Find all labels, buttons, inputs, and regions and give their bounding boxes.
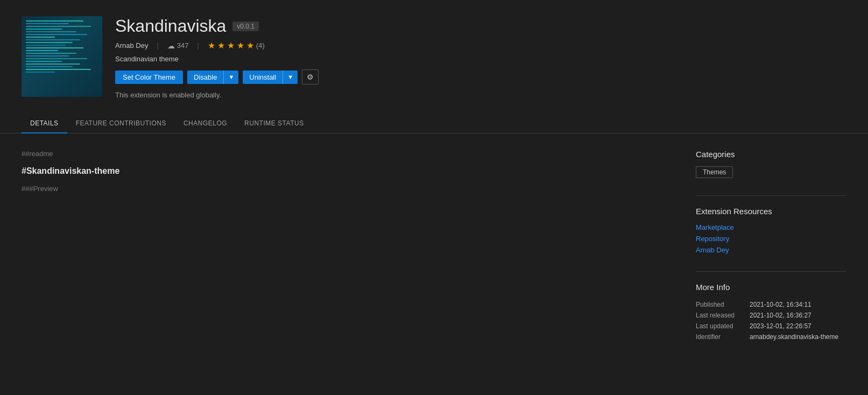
last-released-row: Last released 2021-10-02, 16:36:27 (696, 310, 846, 321)
icon-line (26, 31, 76, 32)
uninstall-button[interactable]: Uninstall (243, 70, 283, 84)
more-info-heading: More Info (696, 283, 846, 292)
icon-line (26, 58, 87, 59)
skandinaviskan-heading: #Skandinaviskan-theme (22, 166, 674, 176)
icon-line (26, 64, 80, 65)
identifier-row: Identifier arnabdey.skandinaviska-theme (696, 331, 846, 342)
info-table: Published 2021-10-02, 16:34:11 Last rele… (696, 299, 846, 342)
main-content: ##readme #Skandinaviskan-theme ###Previe… (22, 150, 674, 359)
author-name: Arnab Dey (115, 41, 148, 50)
icon-line (26, 37, 55, 38)
set-color-theme-button[interactable]: Set Color Theme (115, 70, 183, 84)
tab-changelog[interactable]: CHANGELOG (175, 114, 236, 133)
published-value: 2021-10-02, 16:34:11 (750, 299, 846, 310)
icon-line (26, 20, 83, 22)
version-badge: v0.0.1 (232, 22, 259, 31)
tab-details[interactable]: DETAILS (22, 114, 67, 133)
last-updated-row: Last updated 2023-12-01, 22:26:57 (696, 321, 846, 331)
disable-split-button: Disable ▼ (187, 70, 238, 84)
extension-header: Skandinaviska v0.0.1 Arnab Dey | ☁ 347 |… (0, 0, 868, 110)
star-4: ★ (237, 40, 244, 51)
page-container: Skandinaviska v0.0.1 Arnab Dey | ☁ 347 |… (0, 0, 868, 395)
meta-row: Arnab Dey | ☁ 347 | ★ ★ ★ ★ ★ (4) (115, 40, 846, 51)
repository-link[interactable]: Repository (696, 235, 846, 243)
extension-description: Scandinavian theme (115, 55, 846, 63)
actions-row: Set Color Theme Disable ▼ Uninstall ▼ ⚙ (115, 69, 846, 84)
icon-preview (22, 16, 102, 97)
icon-line (26, 26, 91, 27)
extension-icon (22, 16, 102, 97)
star-2: ★ (217, 40, 225, 51)
extension-title: Skandinaviska (115, 16, 226, 36)
icon-line (26, 61, 62, 62)
star-5: ★ (246, 40, 254, 51)
categories-heading: Categories (696, 150, 846, 159)
tab-runtime-status[interactable]: RUNTIME STATUS (236, 114, 313, 133)
icon-lines-container (26, 20, 98, 93)
separator-1: | (157, 41, 158, 50)
tabs-container: DETAILS FEATURE CONTRIBUTIONS CHANGELOG … (0, 114, 868, 133)
identifier-label: Identifier (696, 331, 750, 342)
last-updated-value: 2023-12-01, 22:26:57 (750, 321, 846, 331)
icon-line (26, 53, 76, 54)
last-updated-label: Last updated (696, 321, 750, 331)
icon-line (26, 66, 73, 67)
icon-line (26, 45, 66, 46)
marketplace-link[interactable]: Marketplace (696, 223, 846, 231)
sidebar: Categories Themes Extension Resources Ma… (696, 150, 846, 359)
icon-line (26, 34, 87, 35)
published-label: Published (696, 299, 750, 310)
icon-line (26, 72, 55, 73)
resources-heading: Extension Resources (696, 207, 846, 216)
icon-line (26, 55, 69, 57)
review-count: (4) (256, 41, 265, 50)
identifier-value: arnabdey.skandinaviska-theme (750, 331, 846, 342)
icon-line (26, 50, 58, 51)
published-row: Published 2021-10-02, 16:34:11 (696, 299, 846, 310)
resources-section: Extension Resources Marketplace Reposito… (696, 207, 846, 254)
tab-feature-contributions[interactable]: FEATURE CONTRIBUTIONS (67, 114, 175, 133)
star-1: ★ (208, 40, 215, 51)
last-released-label: Last released (696, 310, 750, 321)
icon-line (26, 23, 69, 24)
extension-info: Skandinaviska v0.0.1 Arnab Dey | ☁ 347 |… (115, 16, 846, 99)
title-row: Skandinaviska v0.0.1 (115, 16, 846, 36)
disable-dropdown-button[interactable]: ▼ (223, 70, 238, 84)
categories-section: Categories Themes (696, 150, 846, 178)
themes-category-badge[interactable]: Themes (696, 166, 733, 178)
separator-2: | (197, 41, 199, 50)
icon-line (26, 39, 80, 40)
cloud-icon: ☁ (167, 41, 175, 50)
enabled-text: This extension is enabled globally. (115, 91, 846, 99)
icon-line (26, 29, 62, 30)
last-released-value: 2021-10-02, 16:36:27 (750, 310, 846, 321)
content-area: ##readme #Skandinaviskan-theme ###Previe… (0, 133, 868, 376)
divider-2 (696, 271, 846, 272)
star-3: ★ (227, 40, 235, 51)
install-count: ☁ 347 (167, 41, 189, 50)
uninstall-split-button: Uninstall ▼ (243, 70, 298, 84)
install-number: 347 (177, 41, 189, 50)
readme-line: ##readme (22, 150, 674, 158)
uninstall-dropdown-button[interactable]: ▼ (283, 70, 298, 84)
settings-gear-button[interactable]: ⚙ (302, 69, 319, 84)
more-info-section: More Info Published 2021-10-02, 16:34:11… (696, 283, 846, 342)
icon-line (26, 42, 73, 43)
preview-line: ###Preview (22, 185, 674, 193)
stars-container: ★ ★ ★ ★ ★ (4) (208, 40, 265, 51)
icon-line (26, 69, 91, 70)
gear-icon: ⚙ (307, 73, 314, 81)
divider-1 (696, 195, 846, 196)
icon-line (26, 47, 83, 48)
author-link[interactable]: Arnab Dey (696, 246, 846, 254)
disable-button[interactable]: Disable (187, 70, 223, 84)
